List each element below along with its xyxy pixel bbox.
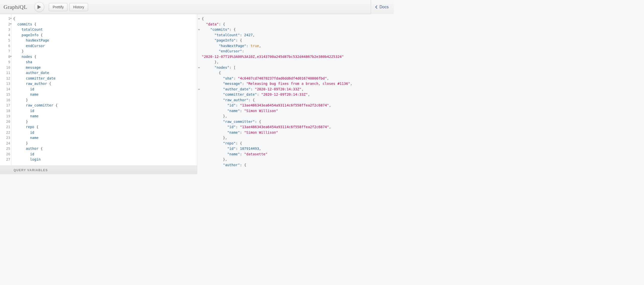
line-number: 16 [0,97,11,103]
result-pane: { "data": { "commits": { "totalCount": 2… [197,14,394,174]
result-code-area[interactable]: { "data": { "commits": { "totalCount": 2… [197,14,394,168]
chevron-left-icon [375,5,378,9]
code-line: sha [13,59,197,65]
line-number: 9 [0,59,11,65]
line-number: 26 [0,152,11,157]
result-line: "data": { [202,22,394,27]
result-line: "name": "Simon Willison" [202,130,394,135]
line-number: 10 [0,65,11,70]
result-line: }, [202,135,394,141]
result-line: "sha": "4c6407cd74070237fdad0dd6df4d0167… [202,76,394,81]
result-line: "endCursor": [202,49,394,54]
result-line: "name": "Simon Willison" [202,108,394,114]
execute-button[interactable] [34,2,44,12]
result-line: "nodes": [ [202,65,394,70]
line-number: 19 [0,114,11,119]
result-line: "raw_author": { [202,97,394,103]
code-line: id [13,108,197,114]
line-number: 5 [0,38,11,43]
result-line: { [202,70,394,76]
result-line: "message": "Releasing bug fixes from a b… [202,81,394,87]
result-line: "id": "13ae486343ea6454a93114c6f558ffea2… [202,103,394,108]
code-line: repo { [13,124,197,130]
line-number: 18 [0,108,11,114]
result-line: "repo": { [202,141,394,146]
result-line: { [202,16,394,22]
code-line: } [13,97,197,103]
line-number: 24 [0,141,11,146]
result-line: "totalCount": 2427, [202,32,394,38]
line-number: 25 [0,146,11,152]
code-line: nodes { [13,54,197,60]
line-number: 21 [0,124,11,130]
docs-button[interactable]: Docs [371,0,394,14]
line-number: 11 [0,70,11,76]
result-line: "commits": { [202,27,394,32]
query-variables-label: Query Variables [14,168,48,172]
result-line: }, [202,59,394,65]
fold-arrow-icon[interactable] [198,29,200,30]
result-fold-gutter [197,14,201,174]
result-line: "pageInfo": { [202,38,394,43]
line-number: 6 [0,43,11,49]
line-number: 15 [0,92,11,97]
query-variables-bar[interactable]: Query Variables [0,166,197,174]
line-number: 22 [0,130,11,135]
line-number: 27 [0,157,11,162]
fold-arrow-icon[interactable] [198,67,200,68]
fold-arrow-icon[interactable] [198,18,200,20]
line-number: 2 [0,22,11,27]
fold-arrow-icon[interactable] [198,89,200,90]
query-code-area[interactable]: { commits { totalCount pageInfo { hasNex… [12,14,197,166]
result-line: "hasNextPage": true, [202,43,394,49]
line-number: 3 [0,27,11,32]
query-editor-pane: 1234567891011121314151617181920212223242… [0,14,197,174]
code-line: } [13,119,197,125]
line-number: 8 [0,54,11,60]
line-number: 4 [0,32,11,38]
result-line: "name": "datasette" [202,152,394,157]
toolbar: GraphiQL Prettify History Docs [0,0,394,14]
code-line: } [13,141,197,146]
line-number: 23 [0,135,11,141]
code-line: { [13,16,197,22]
line-number: 7 [0,49,11,54]
history-button[interactable]: History [69,3,88,11]
editor-panes: 1234567891011121314151617181920212223242… [0,14,394,174]
code-line: id [13,130,197,135]
code-line: id [13,87,197,92]
result-line: "author_date": "2020-12-09T20:14:33Z", [202,87,394,92]
line-number: 17 [0,103,11,108]
code-line: } [13,49,197,54]
result-line: "2020-12-07T19%3A00%3A10Z,e3143700a245d8… [202,54,394,60]
code-line: committer_date [13,76,197,81]
line-number: 12 [0,76,11,81]
code-line: name [13,114,197,119]
fold-arrow-icon[interactable] [10,18,12,19]
code-line: name [13,135,197,141]
line-number: 1 [0,16,11,22]
fold-arrow-icon[interactable] [10,56,12,57]
result-line: }, [202,157,394,162]
line-number: 13 [0,81,11,87]
result-line: "id": 107914493, [202,146,394,152]
line-number: 14 [0,87,11,92]
fold-arrow-icon[interactable] [10,23,12,25]
line-number-gutter: 1234567891011121314151617181920212223242… [0,14,12,166]
result-line: }, [202,114,394,119]
code-line: raw_author { [13,81,197,87]
play-icon [37,5,41,9]
result-line: "id": "13ae486343ea6454a93114c6f558ffea2… [202,124,394,130]
code-line: login [13,157,197,162]
code-line: raw_committer { [13,103,197,108]
code-line: hasNextPage [13,38,197,43]
query-editor[interactable]: 1234567891011121314151617181920212223242… [0,14,197,166]
code-line: endCursor [13,43,197,49]
graphiql-logo: GraphiQL [4,4,27,10]
result-line: "raw_committer": { [202,119,394,125]
code-line: pageInfo { [13,32,197,38]
code-line: author { [13,146,197,152]
code-line: commits { [13,22,197,27]
code-line: totalCount [13,27,197,32]
prettify-button[interactable]: Prettify [49,3,67,11]
